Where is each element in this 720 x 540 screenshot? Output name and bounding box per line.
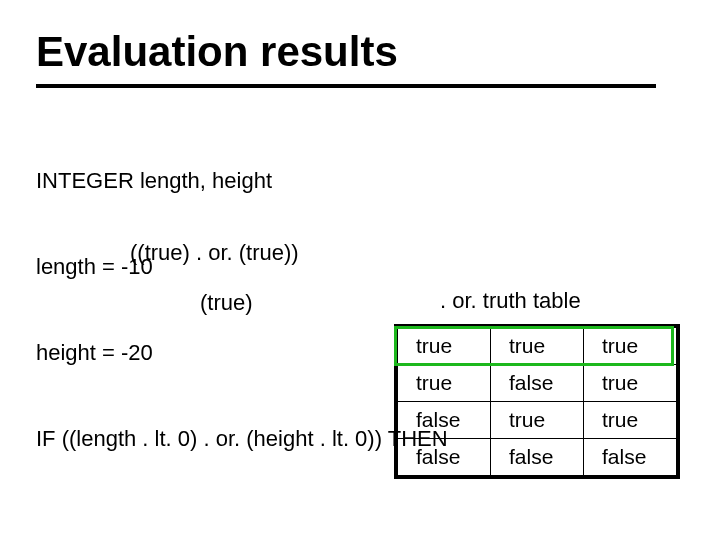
slide: Evaluation results INTEGER length, heigh… (0, 0, 720, 540)
truth-table: true true true true false true false tru… (394, 324, 680, 479)
code-line-3: height = -20 (36, 339, 448, 368)
code-line-4: IF ((length . lt. 0) . or. (height . lt.… (36, 425, 448, 454)
table-cell: true (584, 402, 679, 439)
table-cell: true (396, 365, 491, 402)
table-row: false true true (396, 402, 678, 439)
table-row: true true true (396, 326, 678, 365)
table-cell: true (584, 326, 679, 365)
table-cell: false (491, 439, 584, 478)
title-underline (36, 84, 656, 88)
truth-table-title: . or. truth table (440, 288, 581, 314)
table-cell: false (396, 439, 491, 478)
evaluation-step-1: ((true) . or. (true)) (130, 240, 299, 266)
table-cell: true (396, 326, 491, 365)
code-line-1: INTEGER length, height (36, 167, 448, 196)
table-cell: true (491, 402, 584, 439)
table-cell: true (491, 326, 584, 365)
evaluation-step-2: (true) (200, 290, 253, 316)
table-cell: false (584, 439, 679, 478)
table-cell: true (584, 365, 679, 402)
table-cell: false (491, 365, 584, 402)
table-row: true false true (396, 365, 678, 402)
table-cell: false (396, 402, 491, 439)
table-row: false false false (396, 439, 678, 478)
slide-title: Evaluation results (36, 28, 398, 76)
